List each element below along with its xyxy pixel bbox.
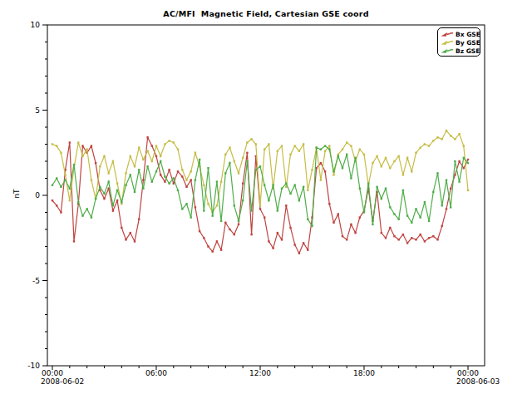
series-marker-bz-gse xyxy=(337,155,339,157)
series-marker-bx-gse xyxy=(212,250,214,252)
series-marker-bz-gse xyxy=(151,180,153,182)
series-marker-bx-gse xyxy=(385,237,387,239)
series-marker-by-gse xyxy=(91,179,92,180)
series-marker-bz-gse xyxy=(463,157,465,159)
series-marker-bz-gse xyxy=(454,160,456,162)
series-marker-bz-gse xyxy=(125,185,126,186)
series-marker-by-gse xyxy=(376,155,377,157)
series-marker-bz-gse xyxy=(173,177,175,179)
series-marker-bz-gse xyxy=(121,201,122,203)
series-line-bx-gse xyxy=(52,137,468,253)
series-marker-bx-gse xyxy=(207,245,209,247)
series-marker-bz-gse xyxy=(212,214,214,216)
series-marker-bx-gse xyxy=(69,141,71,143)
series-marker-bx-gse xyxy=(173,183,175,185)
series-marker-by-gse xyxy=(234,160,235,162)
series-marker-bz-gse xyxy=(441,204,443,206)
series-marker-by-gse xyxy=(203,185,204,186)
series-marker-by-gse xyxy=(420,146,421,148)
series-marker-bz-gse xyxy=(86,208,88,209)
series-marker-bz-gse xyxy=(220,220,222,222)
series-marker-bz-gse xyxy=(458,180,460,182)
series-marker-bz-gse xyxy=(294,185,296,186)
legend-box: Bx GSE By GSE Bz GSE xyxy=(437,27,480,57)
series-marker-bz-gse xyxy=(81,214,83,216)
series-marker-bx-gse xyxy=(229,229,230,230)
series-marker-bz-gse xyxy=(216,180,218,182)
series-marker-by-gse xyxy=(77,141,79,143)
series-marker-by-gse xyxy=(415,152,416,154)
series-marker-bz-gse xyxy=(389,206,391,208)
series-marker-bx-gse xyxy=(268,240,269,242)
series-marker-bz-gse xyxy=(342,167,343,169)
series-marker-by-gse xyxy=(56,145,57,146)
series-marker-bz-gse xyxy=(424,201,426,203)
series-marker-bx-gse xyxy=(420,234,421,235)
series-marker-bz-gse xyxy=(224,172,226,174)
series-marker-by-gse xyxy=(177,149,179,150)
series-marker-bx-gse xyxy=(60,211,62,213)
series-marker-bx-gse xyxy=(116,200,118,201)
bx-line-symbol-icon xyxy=(441,31,454,38)
series-marker-by-gse xyxy=(242,157,244,159)
series-marker-bz-gse xyxy=(381,198,382,200)
legend-item-bx: Bx GSE xyxy=(441,30,477,38)
series-marker-bz-gse xyxy=(203,209,204,211)
series-marker-by-gse xyxy=(52,143,53,145)
series-marker-bz-gse xyxy=(146,165,148,167)
series-marker-by-gse xyxy=(224,154,226,155)
series-marker-bz-gse xyxy=(428,220,430,222)
series-marker-bx-gse xyxy=(130,232,131,234)
series-marker-bz-gse xyxy=(64,179,66,180)
series-marker-by-gse xyxy=(108,172,110,174)
series-marker-bz-gse xyxy=(328,149,330,150)
series-marker-bx-gse xyxy=(195,206,196,208)
series-marker-by-gse xyxy=(134,165,135,167)
series-marker-by-gse xyxy=(103,155,105,157)
series-marker-bz-gse xyxy=(406,214,408,216)
series-marker-bz-gse xyxy=(398,219,400,220)
series-marker-by-gse xyxy=(116,183,118,185)
series-marker-by-gse xyxy=(385,157,387,159)
series-marker-bz-gse xyxy=(56,177,57,179)
series-marker-by-gse xyxy=(359,149,361,150)
series-marker-bx-gse xyxy=(146,136,148,138)
bz-line-symbol-icon xyxy=(441,47,454,55)
series-marker-bx-gse xyxy=(81,145,83,146)
series-marker-bz-gse xyxy=(190,216,192,218)
series-marker-by-gse xyxy=(324,150,326,152)
series-marker-by-gse xyxy=(190,170,192,172)
series-marker-bx-gse xyxy=(277,232,278,234)
series-marker-by-gse xyxy=(164,143,165,145)
series-marker-by-gse xyxy=(411,170,412,172)
series-marker-bz-gse xyxy=(130,174,131,175)
series-marker-by-gse xyxy=(246,141,248,143)
series-marker-bx-gse xyxy=(242,183,244,185)
series-marker-bx-gse xyxy=(424,240,426,242)
series-marker-by-gse xyxy=(216,204,218,206)
series-marker-bx-gse xyxy=(359,216,361,218)
series-marker-by-gse xyxy=(146,150,148,152)
series-marker-bx-gse xyxy=(294,244,296,245)
series-marker-bx-gse xyxy=(402,234,404,235)
series-marker-by-gse xyxy=(185,179,187,180)
series-marker-bz-gse xyxy=(320,149,322,150)
series-marker-by-gse xyxy=(350,145,352,146)
series-marker-bx-gse xyxy=(337,213,339,214)
series-marker-bz-gse xyxy=(95,198,96,200)
series-marker-bz-gse xyxy=(112,204,114,206)
series-marker-bz-gse xyxy=(324,145,326,146)
series-marker-bz-gse xyxy=(264,185,265,186)
series-marker-by-gse xyxy=(130,155,131,157)
series-marker-by-gse xyxy=(207,203,209,204)
series-marker-by-gse xyxy=(125,172,126,174)
x-tick-label: 00:00 xyxy=(27,369,77,377)
series-marker-bx-gse xyxy=(224,222,226,224)
series-marker-bx-gse xyxy=(298,253,300,254)
series-marker-bz-gse xyxy=(436,172,438,174)
series-marker-bz-gse xyxy=(199,159,200,160)
series-marker-by-gse xyxy=(342,149,343,150)
series-marker-by-gse xyxy=(463,145,465,146)
series-marker-bx-gse xyxy=(467,159,469,160)
series-marker-bx-gse xyxy=(381,232,382,234)
